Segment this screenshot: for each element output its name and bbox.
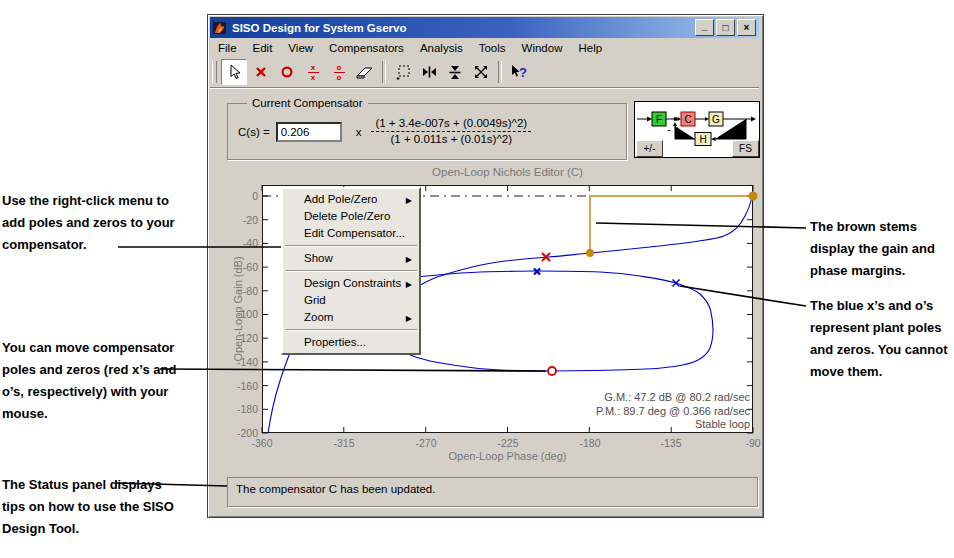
- add-complex-pole-button[interactable]: xx: [301, 60, 325, 84]
- toolbar-grip[interactable]: [212, 61, 217, 83]
- erase-button[interactable]: [353, 60, 377, 84]
- menu-separator: [285, 270, 417, 272]
- add-complex-zero-button[interactable]: oo: [327, 60, 351, 84]
- add-zero-button[interactable]: [275, 60, 299, 84]
- red-x-icon: [254, 65, 268, 79]
- submenu-arrow-icon: ▶: [406, 192, 412, 209]
- toolbar: xx oo: [210, 57, 759, 88]
- block-C-label: C: [684, 114, 691, 125]
- margin-readout: G.M.: 47.2 dB @ 80.2 rad/sec P.M.: 89.7 …: [500, 391, 750, 432]
- pointer-icon: [227, 64, 242, 80]
- menu-tools[interactable]: Tools: [471, 40, 514, 56]
- ctx-design-constraints[interactable]: Design Constraints ▶: [283, 275, 419, 292]
- close-button[interactable]: ×: [737, 19, 756, 36]
- page: Use the right-click menu to add poles an…: [0, 0, 954, 558]
- cs-equals-label: C(s) =: [238, 126, 270, 138]
- current-compensator-panel: C(s) = x (1 + 3.4e-007s + (0.0049s)^2) (…: [227, 103, 627, 160]
- feedback-sign-label: -: [667, 124, 670, 135]
- context-help-button[interactable]: ?: [507, 60, 531, 84]
- numerator: (1 + 3.4e-007s + (0.0049s)^2): [371, 117, 531, 132]
- submenu-arrow-icon: ▶: [406, 310, 412, 327]
- ctx-properties[interactable]: Properties...: [283, 334, 419, 351]
- phase-margin-text: P.M.: 89.7 deg @ 0.366 rad/sec: [500, 405, 750, 419]
- red-o-icon: [280, 65, 294, 79]
- annotation-status-panel: The Status panel displays tips on how to…: [2, 474, 212, 540]
- plant-pole-marker[interactable]: [673, 280, 680, 287]
- context-menu: Add Pole/Zero ▶ Delete Pole/Zero Edit Co…: [281, 187, 421, 355]
- ctx-show[interactable]: Show ▶: [283, 250, 419, 267]
- margin-stems: [586, 192, 758, 258]
- feedback-sign-button[interactable]: +/-: [636, 140, 663, 157]
- gain-margin-marker[interactable]: [586, 249, 594, 257]
- zoom-y-icon: [447, 64, 463, 81]
- menu-separator: [285, 329, 417, 331]
- gain-margin-text: G.M.: 47.2 dB @ 80.2 rad/sec: [500, 391, 750, 405]
- title-bar[interactable]: SISO Design for System Gservo _ □ ×: [210, 17, 759, 38]
- ctx-delete-pole-zero[interactable]: Delete Pole/Zero: [283, 208, 419, 225]
- help-pointer-icon: ?: [509, 64, 529, 81]
- compensator-fraction: (1 + 3.4e-007s + (0.0049s)^2) (1 + 0.011…: [371, 117, 531, 146]
- multiply-label: x: [356, 126, 362, 138]
- zoom-x-button[interactable]: [417, 60, 441, 84]
- menu-file[interactable]: File: [210, 40, 245, 56]
- ctx-add-pole-zero[interactable]: Add Pole/Zero ▶: [283, 191, 419, 208]
- minimize-button[interactable]: _: [695, 19, 714, 36]
- zoom-full-icon: [473, 64, 489, 80]
- ctx-edit-compensator[interactable]: Edit Compensator...: [283, 225, 419, 242]
- compensator-gain-input[interactable]: [276, 122, 342, 142]
- zoom-box-button[interactable]: [391, 60, 415, 84]
- app-icon: [213, 21, 227, 35]
- annotation-brown-stems: The brown stems display the gain and pha…: [810, 216, 954, 282]
- eraser-icon: [355, 64, 375, 80]
- block-H-label: H: [699, 134, 706, 145]
- complex-zero-icon: oo: [334, 64, 345, 81]
- block-F-label: F: [656, 114, 662, 125]
- maximize-button[interactable]: □: [716, 19, 735, 36]
- block-G-label: G: [712, 114, 720, 125]
- menu-analysis[interactable]: Analysis: [412, 40, 471, 56]
- phase-margin-marker[interactable]: [749, 192, 758, 201]
- annotation-right-click-menu: Use the right-click menu to add poles an…: [2, 190, 202, 256]
- zoom-full-button[interactable]: [469, 60, 493, 84]
- ctx-zoom[interactable]: Zoom ▶: [283, 309, 419, 326]
- menu-compensators[interactable]: Compensators: [321, 40, 412, 56]
- zoom-box-icon: [395, 64, 412, 81]
- svg-text:?: ?: [519, 65, 527, 80]
- window-title: SISO Design for System Gservo: [232, 22, 693, 34]
- annotation-blue-markers: The blue x’s and o’s represent plant pol…: [810, 295, 954, 383]
- status-text: The compensator C has been updated.: [236, 483, 435, 495]
- menu-window[interactable]: Window: [514, 40, 571, 56]
- compensator-zero-marker[interactable]: [548, 367, 556, 375]
- submenu-arrow-icon: ▶: [406, 251, 412, 268]
- complex-pole-icon: xx: [308, 64, 319, 81]
- fs-button[interactable]: FS: [732, 140, 759, 157]
- menu-help[interactable]: Help: [570, 40, 610, 56]
- submenu-arrow-icon: ▶: [406, 276, 412, 293]
- ctx-grid[interactable]: Grid: [283, 292, 419, 309]
- menu-separator: [285, 245, 417, 247]
- annotation-move-poles: You can move compensator poles and zeros…: [2, 337, 202, 425]
- menu-bar: File Edit View Compensators Analysis Too…: [210, 38, 759, 57]
- stability-text: Stable loop: [500, 418, 750, 432]
- toolbar-separator: [382, 61, 386, 83]
- denominator: (1 + 0.011s + (0.01s)^2): [371, 132, 531, 146]
- pointer-tool-button[interactable]: [221, 59, 247, 85]
- menu-edit[interactable]: Edit: [245, 40, 281, 56]
- add-pole-button[interactable]: [249, 60, 273, 84]
- toolbar-separator: [498, 61, 502, 83]
- menu-view[interactable]: View: [280, 40, 321, 56]
- status-panel: The compensator C has been updated.: [227, 477, 758, 507]
- zoom-y-button[interactable]: [443, 60, 467, 84]
- group-label: Current Compensator: [247, 97, 368, 109]
- zoom-x-icon: [421, 64, 438, 80]
